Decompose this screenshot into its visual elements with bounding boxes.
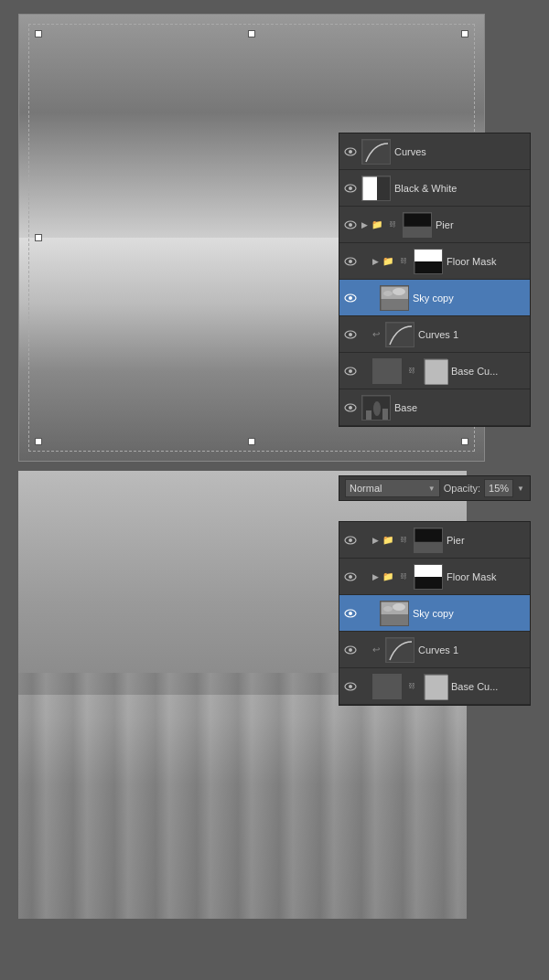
- svg-rect-68: [425, 675, 448, 700]
- layer-thumb-curves: [361, 139, 391, 165]
- eye-icon-curves1[interactable]: [343, 327, 358, 342]
- svg-rect-6: [362, 176, 377, 201]
- eye-icon-pier-b[interactable]: [343, 533, 358, 548]
- eye-icon-floor-mask[interactable]: [343, 254, 358, 269]
- svg-rect-16: [414, 250, 443, 274]
- layer-row-base-cu[interactable]: Base Cu...: [339, 353, 530, 389]
- layer-mask-base-cu: [424, 358, 447, 384]
- layer-row-floor-mask[interactable]: ▶ 📁 Floor Mask: [339, 243, 530, 280]
- eye-icon-base[interactable]: [343, 400, 358, 415]
- svg-point-65: [349, 685, 352, 688]
- layer-row-bw[interactable]: Black & White: [339, 170, 530, 207]
- layer-label-curves1-b: Curves 1: [418, 644, 526, 655]
- layer-thumb-pier: [403, 212, 432, 238]
- layer-label-curves1: Curves 1: [418, 329, 526, 340]
- layer-thumb-floor-mask-b: [414, 564, 443, 590]
- layer-thumb-base: [361, 395, 391, 421]
- layer-row-floor-mask-b[interactable]: ▶ 📁 Floor Mask: [339, 559, 530, 595]
- svg-rect-39: [366, 410, 371, 420]
- layers-panel-top: Curves Black & White ▶ 📁: [339, 133, 531, 427]
- layer-label-floor-mask-b: Floor Mask: [447, 571, 526, 582]
- chain-floor-mask-b: [397, 564, 410, 590]
- svg-point-15: [349, 260, 352, 263]
- layer-row-base[interactable]: Base: [339, 389, 530, 426]
- svg-point-24: [393, 288, 405, 295]
- layer-row-curves[interactable]: Curves: [339, 133, 530, 170]
- layer-thumb-curves1: [385, 322, 414, 347]
- bottom-section: Normal ▼ Opacity: 15% ▼ ▶ 📁: [18, 471, 531, 919]
- blend-mode-bar: Normal ▼ Opacity: 15% ▼: [339, 475, 531, 501]
- layer-row-pier-b[interactable]: ▶ 📁 Pier: [339, 522, 530, 559]
- pier-planks: [18, 673, 467, 920]
- linked-arrow-curves1: ↩: [372, 329, 380, 339]
- folder-icon-pier: 📁: [371, 219, 382, 229]
- folder-icon-pier-b: 📁: [382, 535, 393, 545]
- folder-arrow-pier-b: ▶: [372, 536, 379, 545]
- svg-point-5: [349, 186, 352, 190]
- layer-label-pier-b: Pier: [447, 535, 526, 546]
- layer-row-pier[interactable]: ▶ 📁 Pier: [339, 207, 530, 243]
- folder-icon-floor-mask-b: 📁: [382, 571, 393, 581]
- eye-icon-base-cu-b[interactable]: [343, 679, 358, 694]
- svg-point-54: [349, 612, 352, 615]
- svg-rect-7: [377, 176, 391, 201]
- svg-rect-32: [373, 359, 402, 384]
- svg-rect-66: [373, 675, 402, 699]
- svg-point-20: [349, 296, 352, 300]
- eye-icon-curves[interactable]: [343, 144, 358, 159]
- eye-icon-bw[interactable]: [343, 181, 358, 196]
- svg-point-61: [349, 648, 352, 652]
- layers-panel-bottom: ▶ 📁 Pier ▶ 📁: [339, 521, 531, 706]
- layer-thumb-sky-copy: [380, 285, 409, 311]
- chain-floor-mask: [397, 249, 410, 274]
- layer-thumb-bw: [361, 176, 391, 201]
- layer-label-sky-copy-b: Sky copy: [413, 608, 526, 619]
- layer-thumb-floor-mask: [414, 249, 443, 274]
- svg-point-49: [349, 575, 352, 579]
- svg-rect-50: [414, 565, 443, 590]
- opacity-value[interactable]: 15%: [484, 479, 513, 497]
- layer-mask-base-cu-b: [424, 674, 447, 699]
- layer-row-curves1-b[interactable]: ↩ Curves 1: [339, 632, 530, 668]
- eye-icon-curves1-b[interactable]: [343, 643, 358, 657]
- layer-label-base-cu: Base Cu...: [451, 366, 526, 377]
- layer-row-base-cu-b[interactable]: Base Cu...: [339, 668, 530, 705]
- linked-arrow-curves1-b: ↩: [372, 644, 380, 655]
- blend-mode-select[interactable]: Normal ▼: [345, 479, 440, 497]
- eye-icon-sky-copy-b[interactable]: [343, 606, 358, 621]
- layer-thumb-base-cu-b: [372, 674, 402, 699]
- svg-point-37: [349, 406, 352, 410]
- layer-thumb-pier-b: [414, 527, 443, 553]
- layer-row-sky-copy[interactable]: Sky copy: [339, 280, 530, 316]
- svg-point-57: [383, 606, 393, 612]
- layer-thumb-curves1-b: [385, 637, 414, 663]
- eye-icon-sky-copy[interactable]: [343, 291, 358, 305]
- svg-point-23: [383, 291, 393, 296]
- svg-point-27: [349, 333, 352, 336]
- svg-point-41: [373, 401, 381, 416]
- opacity-text: 15%: [489, 483, 509, 494]
- chain-base-cu-b: [405, 674, 418, 699]
- opacity-label: Opacity:: [444, 483, 480, 494]
- layer-row-curves1[interactable]: ↩ Curves 1: [339, 316, 530, 353]
- eye-icon-pier[interactable]: [343, 218, 358, 232]
- svg-rect-46: [414, 541, 443, 553]
- svg-rect-45: [414, 528, 443, 553]
- svg-rect-51: [414, 565, 443, 577]
- chain-base-cu: [405, 358, 418, 384]
- svg-rect-34: [425, 359, 448, 385]
- layer-label-pier: Pier: [436, 219, 526, 230]
- eye-icon-floor-mask-b[interactable]: [343, 570, 358, 584]
- folder-arrow-floor-mask-b: ▶: [372, 572, 379, 581]
- layer-thumb-base-cu: [372, 358, 402, 384]
- layer-row-sky-copy-b[interactable]: Sky copy: [339, 595, 530, 632]
- folder-icon-floor-mask: 📁: [382, 256, 393, 266]
- top-section: Curves Black & White ▶ 📁: [18, 14, 531, 462]
- svg-point-1: [349, 150, 352, 154]
- blend-dropdown-arrow: ▼: [428, 485, 436, 493]
- layer-label-curves: Curves: [394, 146, 526, 157]
- svg-point-31: [349, 369, 352, 373]
- opacity-dropdown-arrow[interactable]: ▼: [517, 485, 524, 493]
- eye-icon-base-cu[interactable]: [343, 364, 358, 378]
- layer-label-base: Base: [394, 402, 526, 413]
